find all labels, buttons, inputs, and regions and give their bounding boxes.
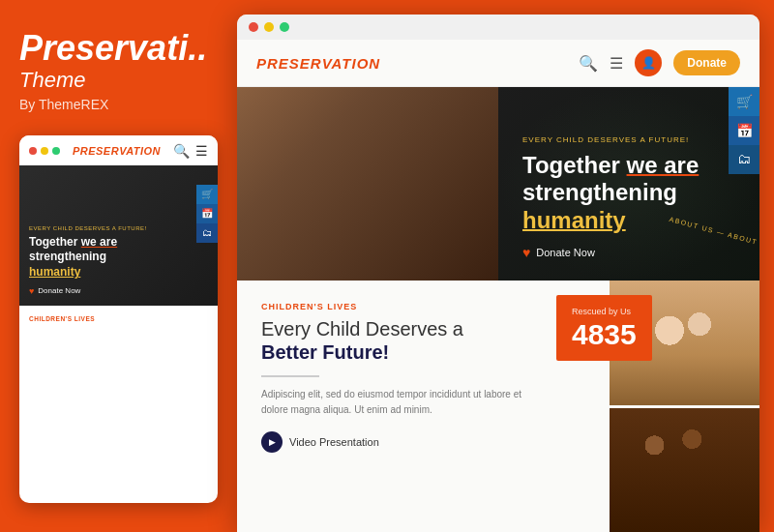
heading-humanity: humanity	[522, 207, 626, 233]
video-presentation-button[interactable]: ▶ Video Presentation	[261, 431, 379, 453]
dot-red	[29, 147, 37, 155]
content-left: Children's Lives Every Child Deserves a …	[237, 281, 547, 532]
mobile-sidebar-folder-icon[interactable]: 🗂	[196, 223, 218, 243]
hero-text-block: Every Child Deserves a Future! Together …	[522, 135, 699, 261]
hero-right: Every Child Deserves a Future! Together …	[498, 87, 759, 281]
content-divider	[261, 375, 319, 377]
site-nav-icons: 🔍 ☰ 👤 Donate	[579, 49, 740, 76]
mobile-chrome: Preservation 🔍 ☰	[19, 135, 218, 165]
site-logo: Preservation	[256, 55, 380, 72]
desktop-sidebar-icons: 🛒 📅 🗂	[729, 87, 759, 174]
search-icon[interactable]: 🔍	[173, 143, 190, 160]
content-tag: Children's Lives	[261, 302, 522, 311]
mobile-donate-label: Donate Now	[38, 286, 80, 295]
hero-person-image	[237, 87, 498, 281]
dot-yellow	[41, 147, 48, 155]
content-body-text: Adipiscing elit, sed do eiusmod tempor i…	[261, 387, 522, 418]
browser-dot-red[interactable]	[249, 22, 258, 32]
browser-content: Preservation 🔍 ☰ 👤 Donate Every Child De…	[237, 40, 759, 532]
stat-number: 4835	[572, 320, 637, 349]
hero-image-left	[237, 87, 498, 281]
photo-bottom-image	[610, 408, 759, 533]
site-header: Preservation 🔍 ☰ 👤 Donate	[237, 40, 759, 87]
avatar: 👤	[635, 49, 662, 76]
menu-icon[interactable]: ☰	[610, 54, 623, 73]
donate-button[interactable]: Donate	[673, 50, 740, 75]
theme-subtitle: Theme	[19, 68, 218, 93]
site-content: Children's Lives Every Child Deserves a …	[237, 281, 759, 532]
heading-we-are: we are	[81, 235, 117, 249]
mobile-logo: Preservation	[73, 145, 161, 157]
mobile-hero: Every Child Deserves a Future! Together …	[19, 165, 218, 306]
desktop-sidebar-cart-icon[interactable]: 🛒	[729, 87, 759, 116]
heart-icon: ♥	[522, 245, 530, 260]
play-icon: ▶	[261, 431, 283, 453]
heart-icon: ♥	[29, 286, 34, 296]
heading-humanity: humanity	[29, 265, 80, 279]
mobile-sidebar-cart-icon[interactable]: 🛒	[196, 185, 218, 204]
heading-together: Together	[522, 152, 627, 178]
mobile-preview: Preservation 🔍 ☰ Every Child Deserves a …	[19, 135, 218, 503]
mobile-hero-overlay: Every Child Deserves a Future! Together …	[19, 218, 218, 306]
mobile-sidebar-icons: 🛒 📅 🗂	[196, 185, 218, 243]
mobile-children-lives: Children's Lives	[19, 306, 218, 322]
mobile-dots	[29, 147, 60, 155]
hero-tagline: Every Child Deserves a Future!	[522, 135, 699, 144]
by-line: By ThemeREX	[19, 97, 218, 112]
content-heading-bold: Better Future!	[261, 341, 389, 363]
menu-icon[interactable]: ☰	[195, 143, 208, 160]
site-hero: Every Child Deserves a Future! Together …	[237, 87, 759, 281]
heading-strengthening: strengthening	[522, 179, 677, 205]
browser-dot-green[interactable]	[280, 22, 289, 32]
stat-label: Rescued by Us	[572, 307, 637, 316]
stat-box: Rescued by Us 4835	[556, 295, 652, 361]
mobile-sidebar-calendar-icon[interactable]: 📅	[196, 204, 218, 223]
hero-donate-button[interactable]: ♥ Donate Now	[522, 245, 595, 260]
browser-dot-yellow[interactable]	[264, 22, 274, 32]
mobile-hero-tagline: Every Child Deserves a Future!	[29, 225, 208, 231]
photo-bottom	[610, 408, 759, 533]
mobile-hero-heading: Together we are strengthening humanity	[29, 235, 208, 281]
browser-chrome	[237, 15, 759, 40]
about-circle: ABOUT US — ABOUT US	[692, 203, 750, 261]
heading-strengthening: strengthening	[29, 250, 106, 263]
search-icon[interactable]: 🔍	[579, 54, 598, 73]
mobile-donate-button[interactable]: ♥ Donate Now	[29, 286, 80, 296]
mobile-nav-icons: 🔍 ☰	[173, 143, 208, 160]
content-right: Rescued by Us 4835	[547, 281, 759, 532]
dot-green	[52, 147, 60, 155]
hero-donate-label: Donate Now	[536, 247, 595, 258]
left-panel: Preservati.. Theme By ThemeREX Preservat…	[0, 0, 237, 532]
content-heading-regular: Every Child Deserves a	[261, 318, 463, 340]
video-btn-label: Video Presentation	[289, 436, 379, 448]
desktop-sidebar-folder-icon[interactable]: 🗂	[729, 145, 759, 174]
desktop-sidebar-calendar-icon[interactable]: 📅	[729, 116, 759, 145]
theme-title: Preservati..	[19, 29, 218, 68]
heading-together: Together	[29, 235, 81, 249]
right-panel: Preservation 🔍 ☰ 👤 Donate Every Child De…	[237, 15, 759, 532]
heading-we-are: we are	[627, 152, 700, 178]
content-heading: Every Child Deserves a Better Future!	[261, 317, 522, 364]
hero-heading: Together we are strengthening humanity	[522, 152, 699, 235]
